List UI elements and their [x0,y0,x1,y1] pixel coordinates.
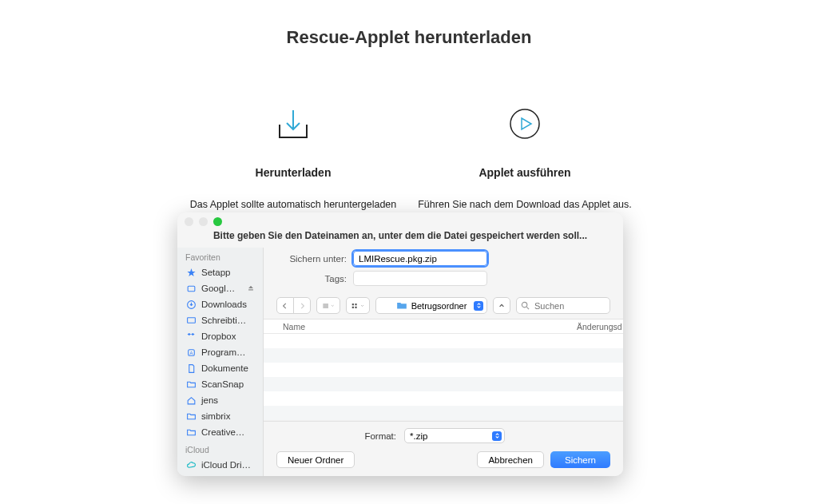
dropbox-icon [185,331,197,342]
download-heading: Herunterladen [181,166,405,179]
sidebar-item-downloads[interactable]: Downloads [177,296,263,312]
save-as-input[interactable] [353,251,487,266]
play-circle-icon [509,108,541,140]
svg-rect-5 [187,317,195,323]
folder-icon [396,301,407,310]
format-label: Format: [276,431,404,441]
shared-folder-icon [185,475,197,476]
svg-rect-14 [355,306,356,308]
run-heading: Applet ausführen [413,166,637,179]
sidebar-item-shared[interactable]: Geteilt [177,473,263,476]
desktop-icon [185,315,197,326]
doc-icon [185,363,197,374]
search-icon [521,301,530,310]
folder-icon [185,411,197,422]
sidebar-item-applications[interactable]: A Program… [177,344,263,360]
folder-icon [185,379,197,390]
traffic-light-minimize[interactable] [199,217,208,226]
svg-text:A: A [189,351,193,355]
svg-rect-3 [188,286,195,292]
save-dialog: Bitte geben Sie den Dateinamen an, unter… [177,212,623,476]
save-as-label: Sichern unter: [276,254,353,264]
svg-line-16 [526,307,529,309]
nav-forward-button[interactable] [293,297,311,314]
traffic-light-zoom[interactable] [213,217,222,226]
svg-rect-11 [352,304,354,305]
list-header[interactable]: Name Änderungsd [264,319,623,334]
download-box-icon [276,109,310,139]
sidebar-item-home[interactable]: jens [177,392,263,408]
search-input[interactable] [516,297,610,314]
dialog-main: Sichern unter: Tags: Betrugsordner [264,248,623,476]
sidebar-item-google[interactable]: Googl… [177,280,263,296]
icloud-icon [185,459,197,470]
eject-icon[interactable] [247,284,255,292]
svg-marker-2 [522,118,531,129]
column-modified[interactable]: Änderungsd [577,322,623,331]
list-rows [264,334,623,420]
view-grid-button[interactable] [346,297,370,314]
save-button[interactable]: Sichern [550,451,610,468]
toolbar: Betrugsordner [264,296,623,319]
new-folder-button[interactable]: Neuer Ordner [276,451,355,468]
view-list-button[interactable] [316,297,340,314]
app-icon: A [185,347,197,358]
svg-rect-12 [355,304,356,305]
tags-label: Tags: [276,274,353,284]
sidebar-item-desktop[interactable]: Schreibti… [177,312,263,328]
svg-rect-13 [352,306,354,308]
folder-icon [185,427,197,438]
format-select[interactable]: *.zip [404,428,505,443]
download-icon [185,299,197,310]
sidebar-item-icloud-drive[interactable]: iCloud Dri… [177,457,263,473]
sidebar-item-documents[interactable]: Dokumente [177,360,263,376]
svg-point-15 [522,302,526,307]
file-list[interactable]: Name Änderungsd [264,319,623,422]
nav-back-button[interactable] [276,297,294,314]
svg-point-1 [510,109,539,138]
sidebar-item-creative[interactable]: Creative… [177,424,263,440]
sidebar-section-icloud: iCloud [177,440,263,457]
sidebar-item-setapp[interactable]: Setapp [177,264,263,280]
chevron-updown-icon [492,431,502,441]
search-field[interactable] [516,297,610,314]
star-icon [185,267,197,278]
sidebar-item-scansnap[interactable]: ScanSnap [177,376,263,392]
tags-input[interactable] [353,271,487,286]
traffic-light-close[interactable] [185,217,193,226]
home-icon [185,395,197,406]
sidebar: Favoriten Setapp Googl… Downloads Schrei… [177,248,264,476]
cloud-icon [185,283,197,294]
chevron-updown-icon [474,301,483,311]
nav-up-button[interactable] [493,297,510,314]
sidebar-item-dropbox[interactable]: Dropbox [177,328,263,344]
path-selector[interactable]: Betrugsordner [375,297,487,314]
sidebar-item-simbrix[interactable]: simbrix [177,408,263,424]
cancel-button[interactable]: Abbrechen [477,451,544,468]
window-titlebar [177,212,623,230]
dialog-title: Bitte geben Sie den Dateinamen an, unter… [177,230,623,248]
sidebar-section-favorites: Favoriten [177,248,263,264]
page-title: Rescue-Applet herunterladen [0,0,818,48]
column-name[interactable]: Name [264,322,577,331]
